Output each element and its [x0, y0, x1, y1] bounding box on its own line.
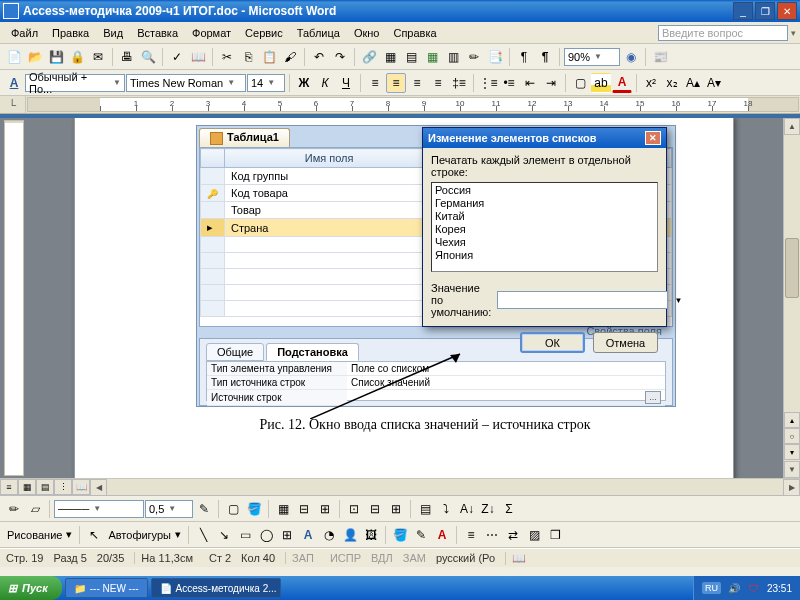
scroll-up-icon[interactable]: ▲: [784, 118, 800, 135]
paste-icon[interactable]: 📋: [259, 47, 279, 67]
autosum-icon[interactable]: Σ: [499, 499, 519, 519]
split-cells-icon[interactable]: ⊞: [315, 499, 335, 519]
print-icon[interactable]: 🖶: [117, 47, 137, 67]
column-field-name[interactable]: Имя поля: [225, 149, 434, 168]
menu-format[interactable]: Формат: [185, 26, 238, 40]
bullets-icon[interactable]: •≡: [499, 73, 519, 93]
fill-color-icon[interactable]: 🪣: [390, 525, 410, 545]
italic-icon[interactable]: К: [315, 73, 335, 93]
open-icon[interactable]: 📂: [25, 47, 45, 67]
insert-table-icon[interactable]: ▤: [401, 47, 421, 67]
scroll-down-icon[interactable]: ▼: [784, 461, 800, 478]
scroll-thumb[interactable]: [785, 238, 799, 298]
undo-icon[interactable]: ↶: [309, 47, 329, 67]
line-icon[interactable]: ╲: [193, 525, 213, 545]
view-outline-icon[interactable]: ⋮: [54, 479, 72, 495]
3d-icon[interactable]: ❒: [545, 525, 565, 545]
document-map-icon[interactable]: 📑: [485, 47, 505, 67]
view-web-icon[interactable]: ▦: [18, 479, 36, 495]
permission-icon[interactable]: 🔒: [67, 47, 87, 67]
view-normal-icon[interactable]: ≡: [0, 479, 18, 495]
hyperlink-icon[interactable]: 🔗: [359, 47, 379, 67]
arrow-style-icon[interactable]: ⇄: [503, 525, 523, 545]
email-icon[interactable]: ✉: [88, 47, 108, 67]
tray-icon[interactable]: 🔊: [727, 581, 741, 595]
redo-icon[interactable]: ↷: [330, 47, 350, 67]
read-mode-icon[interactable]: 📰: [650, 47, 670, 67]
highlight-icon[interactable]: ab: [591, 73, 611, 93]
rectangle-icon[interactable]: ▭: [235, 525, 255, 545]
save-icon[interactable]: 💾: [46, 47, 66, 67]
bold-icon[interactable]: Ж: [294, 73, 314, 93]
menubar-chevron-icon[interactable]: ▾: [791, 28, 796, 38]
distribute-cols-icon[interactable]: ⊞: [386, 499, 406, 519]
close-button[interactable]: ✕: [777, 2, 797, 20]
line-style-icon[interactable]: ≡: [461, 525, 481, 545]
tray-shield-icon[interactable]: 🛡: [747, 581, 761, 595]
shrink-font-icon[interactable]: A▾: [704, 73, 724, 93]
default-value-combo[interactable]: [497, 291, 668, 309]
language-indicator[interactable]: RU: [702, 582, 721, 594]
increase-indent-icon[interactable]: ⇥: [541, 73, 561, 93]
change-text-direction-icon[interactable]: ⤵: [436, 499, 456, 519]
start-button[interactable]: ⊞ Пуск: [0, 576, 62, 600]
ok-button[interactable]: ОК: [520, 332, 585, 353]
line-style-combo[interactable]: ────▼: [54, 500, 144, 518]
menu-insert[interactable]: Вставка: [130, 26, 185, 40]
menu-file[interactable]: Файл: [4, 26, 45, 40]
style-combo[interactable]: Обычный + По...▼: [25, 74, 125, 92]
prop-row[interactable]: Тип источника строкСписок значений: [207, 376, 665, 390]
autoshapes-menu[interactable]: Автофигуры ▾: [105, 526, 184, 544]
taskbar-item-active[interactable]: 📄 Access-методичка 2...: [151, 578, 281, 598]
status-rec[interactable]: ЗАП: [285, 552, 320, 564]
print-preview-icon[interactable]: 🔍: [138, 47, 158, 67]
sort-desc-icon[interactable]: Z↓: [478, 499, 498, 519]
wordart-icon[interactable]: A: [298, 525, 318, 545]
zoom-combo[interactable]: 90%▼: [564, 48, 620, 66]
status-ext[interactable]: ВДЛ: [371, 552, 393, 564]
grow-font-icon[interactable]: A▴: [683, 73, 703, 93]
scroll-left-icon[interactable]: ◀: [90, 479, 107, 496]
borders-icon[interactable]: ▢: [570, 73, 590, 93]
clipart-icon[interactable]: 👤: [340, 525, 360, 545]
status-lang[interactable]: русский (Ро: [436, 552, 495, 564]
cut-icon[interactable]: ✂: [217, 47, 237, 67]
tables-borders-icon[interactable]: ▦: [380, 47, 400, 67]
paragraph-mark-icon[interactable]: ¶: [535, 47, 555, 67]
dash-style-icon[interactable]: ⋯: [482, 525, 502, 545]
builder-button-icon[interactable]: …: [645, 391, 661, 404]
ruler-vertical[interactable]: [4, 120, 24, 476]
line-color-icon[interactable]: ✎: [411, 525, 431, 545]
menu-help[interactable]: Справка: [386, 26, 443, 40]
select-objects-icon[interactable]: ↖: [84, 525, 104, 545]
minimize-button[interactable]: _: [733, 2, 753, 20]
columns-icon[interactable]: ▥: [443, 47, 463, 67]
align-top-left-icon[interactable]: ⊡: [344, 499, 364, 519]
insert-picture-icon[interactable]: 🖼: [361, 525, 381, 545]
shadow-icon[interactable]: ▨: [524, 525, 544, 545]
insert-table2-icon[interactable]: ▦: [273, 499, 293, 519]
clock[interactable]: 23:51: [767, 583, 792, 594]
numbering-icon[interactable]: ⋮≡: [478, 73, 498, 93]
styles-pane-icon[interactable]: А: [4, 73, 24, 93]
oval-icon[interactable]: ◯: [256, 525, 276, 545]
font-size-combo[interactable]: 14▼: [247, 74, 285, 92]
menu-table[interactable]: Таблица: [290, 26, 347, 40]
menu-view[interactable]: Вид: [96, 26, 130, 40]
arrow-icon[interactable]: ↘: [214, 525, 234, 545]
help-search-input[interactable]: Введите вопрос: [658, 25, 788, 41]
dialog-titlebar[interactable]: Изменение элементов списков ✕: [423, 128, 666, 148]
distribute-rows-icon[interactable]: ⊟: [365, 499, 385, 519]
status-fix[interactable]: ИСПР: [330, 552, 361, 564]
underline-icon[interactable]: Ч: [336, 73, 356, 93]
view-reading-icon[interactable]: 📖: [72, 479, 90, 495]
prop-row[interactable]: Источник строк…: [207, 390, 665, 406]
menu-edit[interactable]: Правка: [45, 26, 96, 40]
maximize-button[interactable]: ❐: [755, 2, 775, 20]
line-weight-combo[interactable]: 0,5▼: [145, 500, 193, 518]
font-color-icon[interactable]: А: [612, 73, 632, 93]
align-center-icon[interactable]: ≡: [386, 73, 406, 93]
cancel-button[interactable]: Отмена: [593, 332, 658, 353]
access-table-tab[interactable]: Таблица1: [199, 128, 290, 147]
copy-icon[interactable]: ⎘: [238, 47, 258, 67]
